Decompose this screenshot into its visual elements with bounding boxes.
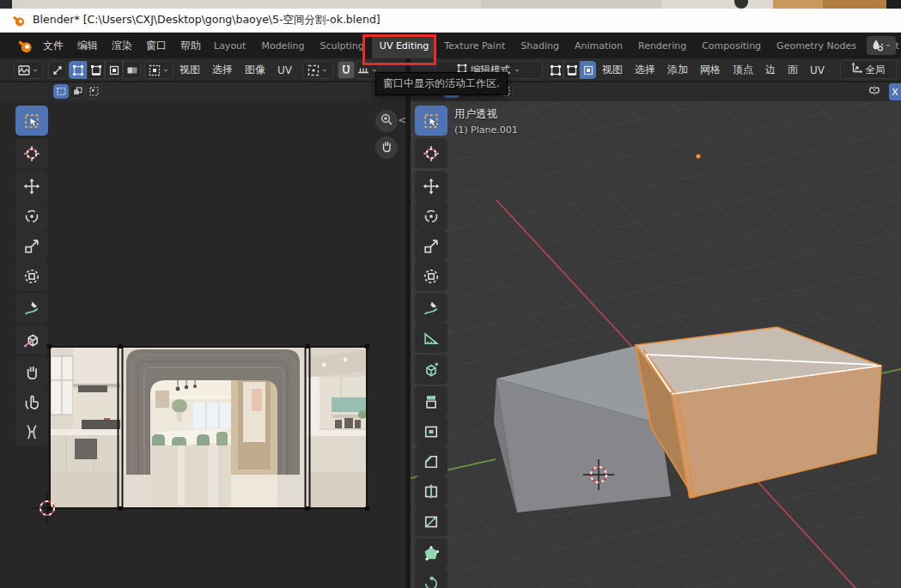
sidebar-collapse-arrow[interactable]: <: [398, 113, 405, 126]
snap-toggle[interactable]: [338, 61, 355, 79]
add-cube-tool-button[interactable]: [415, 355, 447, 385]
select-box-tool-button[interactable]: [415, 106, 447, 136]
viewport-menu-7[interactable]: UV: [805, 64, 830, 76]
tooltip: 窗口中显示的活动工作区.: [375, 72, 508, 95]
measure-tool-button[interactable]: [415, 323, 447, 353]
inset-faces-tool-button[interactable]: [415, 416, 447, 446]
uv-header-toggle-overlap-squares-icon[interactable]: [70, 84, 85, 99]
app-menu-2[interactable]: 渲染: [105, 33, 139, 58]
grab-tool-button[interactable]: [15, 356, 48, 386]
app-menu-3[interactable]: 窗口: [139, 33, 174, 58]
rotate-tool-button[interactable]: [15, 201, 48, 231]
uv-menu-2[interactable]: 图像: [240, 63, 271, 77]
extrude-region-tool-button[interactable]: [415, 386, 447, 416]
pan-gizmo-button[interactable]: [375, 136, 398, 159]
move-tool-button[interactable]: [415, 171, 447, 201]
poly-build-tool-button[interactable]: [415, 538, 447, 568]
uv-select-mode-vertex[interactable]: [69, 61, 87, 79]
uv-editor-menus: 视图选择图像UV: [174, 58, 298, 82]
uv-editor-canvas[interactable]: <: [0, 101, 405, 588]
transform-tool-button[interactable]: [415, 261, 447, 291]
uv-menu-3[interactable]: UV: [272, 64, 297, 76]
scale-tool-button[interactable]: [415, 231, 447, 261]
viewport-menu-6[interactable]: 面: [782, 63, 803, 77]
app-menu-bar: 文件编辑渲染窗口帮助: [36, 33, 208, 58]
uv-2d-cursor[interactable]: [30, 491, 64, 525]
pan-hand-icon: [380, 139, 393, 156]
pinch-tool-button[interactable]: [15, 416, 48, 446]
viewport-3d-canvas[interactable]: 用户透视 (1) Plane.001: [411, 101, 901, 588]
active-object-label: (1) Plane.001: [454, 124, 518, 136]
selected-cube-plane001[interactable]: [635, 327, 881, 498]
sticky-select-dropdown[interactable]: [144, 61, 174, 79]
background-icon: [734, 0, 748, 9]
mesh-select-mode-edge[interactable]: [563, 61, 580, 79]
uv-select-mode-face[interactable]: [105, 61, 123, 79]
workspace-tab-shading[interactable]: Shading: [513, 34, 567, 58]
topbar: 文件编辑渲染窗口帮助 LayoutModelingSculptingUV Edi…: [0, 33, 901, 58]
blender-logo-icon[interactable]: [17, 38, 33, 54]
annotate-tool-button[interactable]: [415, 293, 447, 323]
uv-menu-0[interactable]: 视图: [174, 63, 205, 77]
workspace-tab-sculpting[interactable]: Sculpting: [312, 34, 371, 58]
uv-image-panorama[interactable]: [49, 346, 368, 509]
annotate-tool-button[interactable]: [15, 293, 48, 323]
cursor-2d-tool-button[interactable]: [15, 138, 48, 168]
viewport-menu-4[interactable]: 顶点: [727, 63, 758, 77]
viewport-menu-5[interactable]: 边: [760, 63, 781, 77]
blender-window: Blender* [C:\Users\CXJ\Desktop\gong\baoy…: [0, 0, 901, 588]
spin-tool-button[interactable]: [415, 568, 447, 588]
viewport-menu-0[interactable]: 视图: [597, 63, 628, 77]
bevel-tool-button[interactable]: [415, 446, 447, 476]
workspace-tab-uv-editing[interactable]: UV Editing: [372, 34, 436, 58]
title-bar: Blender* [C:\Users\CXJ\Desktop\gong\baoy…: [0, 9, 901, 33]
viewport-menus: 视图选择添加网格顶点边面UV: [596, 58, 831, 82]
relax-tool-button[interactable]: [15, 386, 48, 416]
workspace-tabs: LayoutModelingSculptingUV EditingTexture…: [206, 33, 901, 58]
transform-tool-button[interactable]: [15, 261, 48, 291]
scale-tool-button[interactable]: [15, 231, 48, 261]
workspace-selector-button[interactable]: [867, 36, 896, 55]
move-tool-button[interactable]: [15, 171, 48, 201]
workspace-tab-compositing[interactable]: Compositing: [694, 34, 769, 58]
app-menu-4[interactable]: 帮助: [174, 33, 208, 58]
workspace-tab-texture-paint[interactable]: Texture Paint: [436, 34, 513, 58]
workspace-tab-animation[interactable]: Animation: [567, 34, 630, 58]
window-title: Blender* [C:\Users\CXJ\Desktop\gong\baoy…: [33, 13, 380, 27]
workspace-tab-rendering[interactable]: Rendering: [630, 34, 694, 58]
zoom-gizmo-button[interactable]: [375, 110, 398, 132]
rip-region-tool-button[interactable]: [15, 324, 48, 355]
view-perspective-label: 用户透视: [454, 107, 497, 122]
cursor-3d-tool-button[interactable]: [415, 138, 447, 168]
knife-tool-button[interactable]: [415, 506, 447, 536]
uv-editor-header-row2: [0, 82, 405, 101]
uv-select-mode-island[interactable]: [123, 61, 141, 79]
orientation-label: 全局: [866, 64, 886, 76]
uv-select-mode-edge[interactable]: [87, 61, 105, 79]
uv-sync-select-toggle[interactable]: [48, 61, 66, 79]
workspace-tab-geometry-nodes[interactable]: Geometry Nodes: [769, 34, 864, 58]
viewport-menu-2[interactable]: 添加: [662, 63, 693, 77]
rotate-tool-button[interactable]: [415, 201, 447, 231]
mesh-select-mode-vertex[interactable]: [547, 61, 563, 79]
workspace-tab-layout[interactable]: Layout: [206, 34, 253, 58]
uv-header-toggle-box-dashed-icon[interactable]: [53, 84, 69, 99]
app-menu-0[interactable]: 文件: [36, 33, 70, 58]
pivot-dropdown[interactable]: [302, 61, 333, 79]
zoom-icon: [380, 112, 393, 130]
chevron-down-icon: [513, 62, 521, 78]
uv-menu-1[interactable]: 选择: [207, 63, 238, 77]
mirror-x-button[interactable]: X: [889, 83, 901, 100]
app-menu-1[interactable]: 编辑: [70, 33, 105, 58]
transform-orientation-dropdown[interactable]: 全局: [840, 60, 897, 79]
viewport-menu-3[interactable]: 网格: [695, 63, 726, 77]
viewport-3d-scene[interactable]: [411, 101, 901, 588]
proportional-editing-icon[interactable]: [868, 84, 881, 101]
uv-header-toggle-corner-square-icon[interactable]: [86, 84, 101, 99]
select-box-tool-button[interactable]: [15, 106, 48, 136]
editor-type-dropdown[interactable]: [14, 61, 43, 79]
mesh-select-mode-face[interactable]: [580, 61, 596, 79]
loop-cut-tool-button[interactable]: [415, 476, 447, 506]
viewport-menu-1[interactable]: 选择: [630, 63, 661, 77]
workspace-tab-modeling[interactable]: Modeling: [253, 34, 312, 58]
